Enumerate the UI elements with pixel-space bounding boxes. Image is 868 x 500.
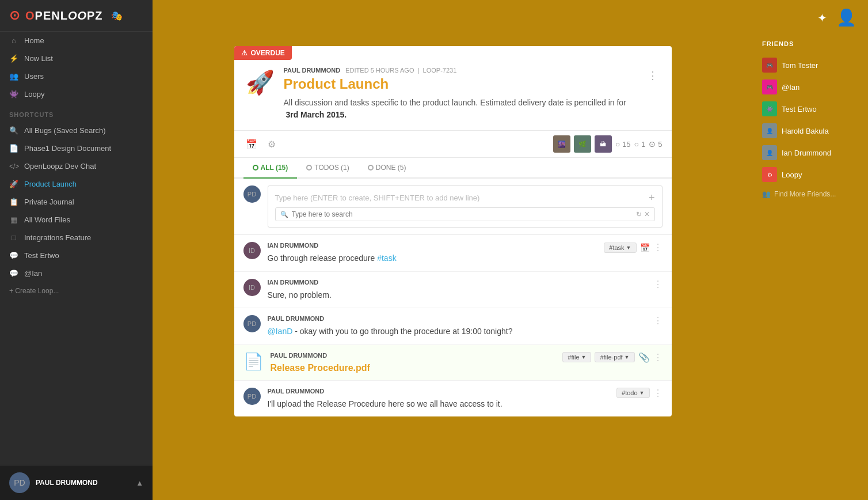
search-box[interactable]: 🔍 ↻ ✕ (275, 207, 655, 221)
find-more-friends[interactable]: 👥 Find More Friends... (762, 190, 859, 198)
loop-header: 🚀 PAUL DRUMMOND EDITED 5 HOURS AGO | LOO… (234, 46, 672, 131)
item3-mention[interactable]: @IanD (268, 327, 293, 336)
stat-todo-icon: ○ (634, 139, 639, 149)
sidebar-item-private-journal[interactable]: 📋 Private Journal (0, 193, 153, 211)
user-menu-icon[interactable]: ▲ (136, 479, 143, 487)
friend-name-ian: @Ian (782, 83, 800, 92)
item4-menu-button[interactable]: ⋮ (653, 352, 663, 363)
tab-done-circle (368, 165, 374, 171)
friend-ian[interactable]: 🎮 @Ian (762, 76, 859, 98)
item2-tags: ⋮ (653, 279, 663, 290)
sidebar-item-openloopz-dev[interactable]: </> OpenLoopz Dev Chat (0, 157, 153, 175)
input-add-button[interactable]: + (649, 192, 655, 204)
friend-test-ertwo[interactable]: 👾 Test Ertwo (762, 98, 859, 120)
chat-icon-ian: 💬 (9, 269, 18, 278)
sidebar-label-product-launch: Product Launch (24, 180, 77, 188)
friend-avatar-tom: 🎮 (762, 58, 777, 73)
friend-loopy[interactable]: ⚙ Loopy (762, 164, 859, 185)
search-input[interactable] (292, 210, 633, 218)
item1-task-tag[interactable]: #task ▼ (604, 243, 636, 253)
code-icon: </> (9, 162, 18, 171)
sidebar-label-all-bugs: All Bugs (Saved Search) (24, 126, 106, 135)
member-avatar-3[interactable]: 🏔 (595, 135, 612, 153)
calendar-toolbar-icon[interactable]: 📅 (243, 137, 260, 152)
loop-menu-button[interactable]: ⋮ (645, 67, 660, 84)
item5-todo-tag[interactable]: #todo ▼ (616, 388, 649, 398)
sidebar-label-private-journal: Private Journal (24, 198, 74, 206)
loop-item-1: ID IAN DRUMMOND #task ▼ 📅 ⋮ Go through r… (234, 235, 672, 272)
item2-avatar: ID (243, 279, 261, 296)
item1-header: IAN DRUMMOND #task ▼ 📅 ⋮ (268, 242, 663, 253)
nav-now-list[interactable]: ⚡ Now List (0, 50, 153, 67)
overdue-banner: ⚠ OVERDUE (234, 46, 292, 60)
search-refresh-icon[interactable]: ↻ (636, 210, 642, 218)
tag-arrow-file: ▼ (581, 354, 587, 360)
sidebar-item-ian[interactable]: 💬 @Ian (0, 264, 153, 282)
toolbar-left: 📅 ⚙ (243, 137, 547, 152)
settings-toolbar-icon[interactable]: ⚙ (265, 137, 278, 152)
stat-all: ○ 15 (615, 139, 631, 149)
nav-home[interactable]: ⌂ Home (0, 32, 153, 50)
right-panel: FRIENDS 🎮 Tom Tester 🎮 @Ian 👾 Test Ertwo… (753, 0, 868, 500)
sidebar-item-all-bugs[interactable]: 🔍 All Bugs (Saved Search) (0, 122, 153, 139)
tag-arrow-filepdf: ▼ (625, 354, 630, 360)
settings-small-icon[interactable]: 🎭 (111, 10, 123, 21)
message-input-box[interactable]: Type here (ENTER to create, SHIFT+ENTER … (268, 185, 663, 228)
stat-done: ⊙ 5 (649, 139, 662, 149)
integrations-icon: □ (9, 233, 18, 242)
item3-menu-button[interactable]: ⋮ (653, 315, 663, 326)
loop-id: LOOP-7231 (423, 67, 457, 74)
friend-tom[interactable]: 🎮 Tom Tester (762, 54, 859, 76)
item4-filepdf-tag[interactable]: #file-pdf ▼ (595, 352, 634, 362)
item1-author: IAN DRUMMOND (268, 242, 319, 249)
item1-calendar-icon[interactable]: 📅 (640, 243, 650, 252)
tab-all-label: ALL (15) (261, 164, 288, 172)
item1-menu-button[interactable]: ⋮ (653, 242, 663, 253)
sidebar-item-phase1[interactable]: 📄 Phase1 Design Document (0, 139, 153, 157)
sidebar: ⊙ OPENLooPZ 🎭 ⌂ Home ⚡ Now List 👥 Users … (0, 0, 153, 500)
item4-file-title[interactable]: Release Procedure.pdf (271, 363, 663, 373)
item3-tags: ⋮ (653, 315, 663, 326)
member-avatar-2[interactable]: 🌿 (574, 135, 591, 153)
item4-file-tag[interactable]: #file ▼ (562, 352, 591, 362)
search-close-icon[interactable]: ✕ (644, 210, 650, 218)
loop-item-3: PD PAUL DRUMMOND ⋮ @IanD - okay with you… (234, 308, 672, 345)
tab-all[interactable]: ALL (15) (243, 158, 298, 179)
sidebar-bottom: PD PAUL DRUMMOND ▲ (0, 465, 153, 500)
logo-icon: ⊙ (9, 8, 20, 23)
stat-todo-count: 1 (641, 140, 645, 149)
stat-done-icon: ⊙ (649, 139, 656, 149)
create-loop-button[interactable]: + Create Loop... (0, 282, 153, 300)
sidebar-item-word-files[interactable]: ▦ All Word Files (0, 211, 153, 229)
attachment-icon[interactable]: 📎 (638, 352, 650, 363)
item1-content: Go through release procedure #task (268, 253, 663, 264)
now-list-icon: ⚡ (9, 54, 18, 63)
tab-done[interactable]: DONE (5) (359, 158, 416, 179)
friend-name-loopy: Loopy (782, 171, 802, 179)
overdue-label: OVERDUE (251, 49, 285, 57)
item5-tags: #todo ▼ ⋮ (616, 388, 662, 399)
item4-header: PAUL DRUMMOND #file ▼ #file-pdf ▼ 📎 ⋮ (271, 352, 663, 363)
friend-name-harold: Harold Bakula (782, 127, 829, 135)
item5-menu-button[interactable]: ⋮ (653, 388, 663, 399)
item1-task-link[interactable]: #task (377, 253, 396, 263)
sidebar-item-product-launch[interactable]: 🚀 Product Launch (0, 175, 153, 193)
item5-body: PAUL DRUMMOND #todo ▼ ⋮ I'll upload the … (268, 388, 663, 410)
friend-ian-drummond[interactable]: 👤 Ian Drummond (762, 142, 859, 164)
loop-item-4: 📄 PAUL DRUMMOND #file ▼ #file-pdf ▼ 📎 ⋮ … (234, 345, 672, 381)
sidebar-item-test-ertwo[interactable]: 💬 Test Ertwo (0, 247, 153, 264)
tab-todos[interactable]: TODOS (1) (297, 158, 358, 179)
friend-harold[interactable]: 👤 Harold Bakula (762, 120, 859, 142)
loop-description: All discussion and tasks specific to the… (284, 97, 636, 121)
item5-header: PAUL DRUMMOND #todo ▼ ⋮ (268, 388, 663, 399)
item2-menu-button[interactable]: ⋮ (653, 279, 663, 290)
member-avatar-1[interactable]: 🌆 (553, 135, 570, 153)
friend-avatar-loopy: ⚙ (762, 167, 777, 182)
logo-text: OPENLooPZ (25, 9, 103, 22)
friend-avatar-ertwo: 👾 (762, 101, 777, 116)
nav-loopy[interactable]: 👾 Loopy (0, 85, 153, 103)
nav-users[interactable]: 👥 Users (0, 67, 153, 85)
sidebar-item-integrations[interactable]: □ Integrations Feature (0, 229, 153, 247)
item3-header: PAUL DRUMMOND ⋮ (268, 315, 663, 326)
current-user-name: PAUL DRUMMOND (36, 479, 98, 487)
